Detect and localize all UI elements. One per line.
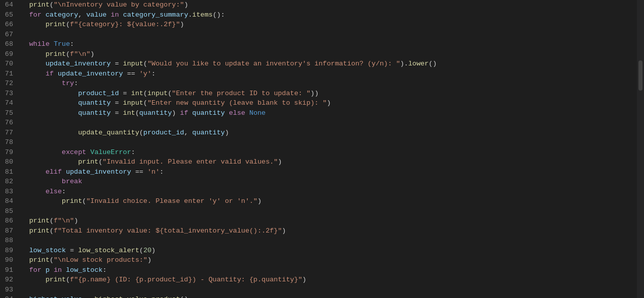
token-plain: ==: [123, 70, 139, 78]
line-number: 86: [0, 216, 17, 226]
token-var-light: update_inventory: [58, 70, 123, 78]
line-number: 80: [0, 157, 17, 167]
token-plain: [29, 60, 45, 67]
line-number: 77: [0, 128, 17, 138]
token-var-light: highest_value: [29, 295, 82, 298]
token-plain: =: [111, 99, 123, 107]
token-plain: [29, 188, 45, 195]
code-line: print(f"Total inventory value: ${total_i…: [29, 226, 644, 236]
token-plain: (: [50, 256, 54, 264]
code-line: print(f"{category}: ${value:.2f}"): [29, 20, 644, 30]
token-plain: (: [50, 1, 54, 9]
token-plain: :: [103, 266, 107, 274]
token-plain: (: [143, 60, 147, 67]
token-string-orange: "Invalid choice. Please enter 'y' or 'n'…: [86, 197, 257, 205]
token-var-teal: ValueError: [91, 148, 131, 156]
token-kw-blue: None: [250, 109, 266, 117]
token-plain: ():: [213, 11, 225, 19]
line-number: 81: [0, 167, 17, 177]
line-number: 88: [0, 236, 17, 246]
token-fn-yellow: print: [29, 227, 50, 235]
line-number: 87: [0, 226, 17, 236]
token-plain: [86, 148, 90, 156]
token-plain: [225, 109, 229, 117]
token-plain: (: [143, 99, 147, 107]
token-plain: [188, 109, 192, 117]
token-kw-purple: except: [62, 148, 87, 156]
token-string-orange: f"{category}: ${value:.2f}": [70, 21, 180, 28]
code-line: print(f"\n"): [29, 216, 644, 226]
token-kw-purple: elif: [45, 168, 61, 176]
token-fn-yellow: input: [147, 90, 168, 97]
code-line: [29, 118, 644, 128]
token-plain: (: [135, 109, 139, 117]
line-number: 94: [0, 294, 17, 298]
line-number: 66: [0, 20, 17, 30]
token-plain: [29, 178, 62, 185]
line-number: 71: [0, 69, 17, 79]
token-fn-yellow: input: [123, 99, 143, 107]
line-number: 89: [0, 246, 17, 256]
token-var-light: low_stock: [66, 266, 103, 274]
token-number-green: 20: [143, 247, 151, 254]
token-plain: [107, 11, 111, 19]
line-number: 76: [0, 118, 17, 128]
token-plain: [62, 168, 66, 176]
token-plain: =: [82, 295, 94, 298]
line-number: 91: [0, 265, 17, 275]
code-line: update_inventory = input("Would you like…: [29, 59, 644, 69]
token-plain: [29, 197, 62, 205]
token-plain: (: [99, 158, 103, 166]
scrollbar[interactable]: [637, 0, 644, 298]
token-fn-yellow: print: [29, 256, 50, 264]
token-fn-yellow: print: [78, 158, 99, 166]
token-fn-yellow: int: [123, 109, 135, 117]
token-plain: [29, 80, 62, 87]
line-number: 83: [0, 187, 17, 197]
code-line: for category, value in category_summary.…: [29, 10, 644, 20]
code-line: [29, 236, 644, 246]
token-kw-purple: if: [180, 109, 188, 117]
token-var-light: category: [45, 11, 78, 19]
code-line: for p in low_stock:: [29, 265, 644, 275]
token-var-light: product_id: [143, 129, 184, 136]
token-var-light: quantity: [192, 129, 225, 136]
token-var-light: quantity: [78, 99, 111, 107]
code-line: if update_inventory == 'y':: [29, 69, 644, 79]
token-plain: [50, 266, 54, 274]
token-plain: ): [282, 227, 286, 235]
line-number: 84: [0, 196, 17, 206]
token-plain: [245, 109, 249, 117]
token-plain: [29, 50, 45, 58]
token-kw-purple: break: [62, 178, 83, 185]
token-plain: (: [66, 276, 70, 283]
token-var-light: update_inventory: [45, 60, 111, 67]
token-plain: =: [111, 60, 123, 67]
token-string-orange: 'y': [139, 70, 151, 78]
line-number: 74: [0, 98, 17, 108]
token-plain: (: [50, 227, 54, 235]
token-plain: ): [151, 247, 155, 254]
token-string-orange: "Enter new quantity (leave blank to skip…: [147, 99, 327, 107]
token-fn-yellow: int: [131, 90, 143, 97]
scrollbar-thumb[interactable]: [638, 60, 642, 91]
code-line: highest_value = highest_value_product(): [29, 294, 644, 298]
token-fn-yellow: print: [29, 1, 50, 9]
token-plain: (: [168, 90, 172, 97]
token-kw-purple: in: [111, 11, 119, 19]
token-plain: ): [278, 158, 282, 166]
token-plain: ==: [131, 168, 147, 176]
line-number: 93: [0, 285, 17, 295]
code-line: print("\nLow stock products:"): [29, 255, 644, 265]
code-content: print("\nInventory value by category:")f…: [21, 0, 644, 298]
code-line: else:: [29, 187, 644, 197]
token-plain: =: [111, 109, 123, 117]
token-kw-blue: True: [54, 40, 70, 48]
code-line: [29, 206, 644, 216]
token-plain: (: [66, 50, 70, 58]
token-kw-purple: else: [229, 109, 245, 117]
token-plain: ,: [184, 129, 192, 136]
token-kw-purple: while: [29, 40, 50, 48]
token-fn-yellow: print: [45, 50, 66, 58]
line-number: 69: [0, 49, 17, 59]
